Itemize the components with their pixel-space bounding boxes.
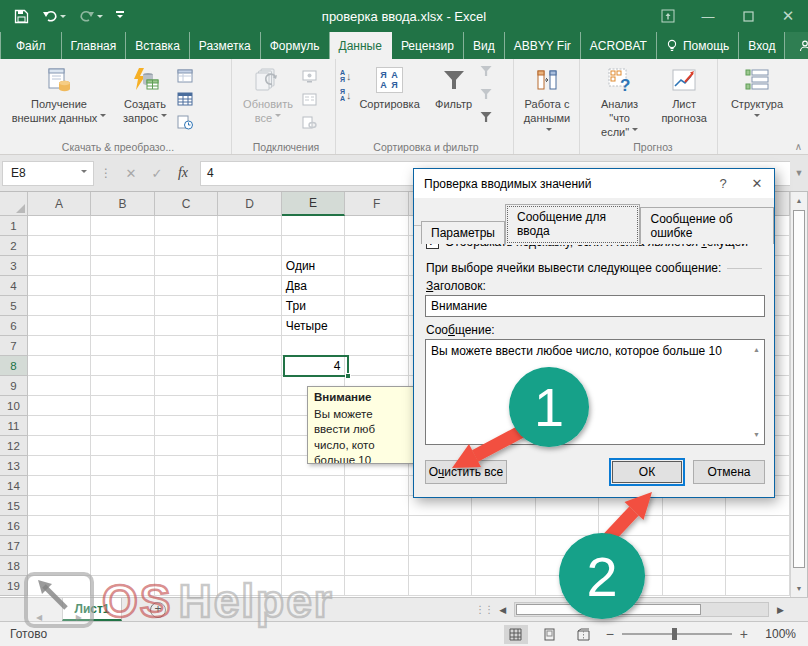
cell-A7[interactable]: [28, 336, 92, 356]
show-queries-icon[interactable]: [176, 67, 194, 85]
ribbon-tab-вставка[interactable]: Вставка: [126, 32, 190, 59]
textarea-scroll-down-icon[interactable]: ▼: [753, 430, 760, 439]
expand-formula-bar-icon[interactable]: ▼: [790, 168, 808, 178]
advanced-filter-icon[interactable]: [480, 113, 498, 131]
row-header-12[interactable]: 12: [0, 436, 28, 456]
cell-D11[interactable]: [218, 416, 282, 436]
cell-A14[interactable]: [28, 476, 92, 496]
cell-C3[interactable]: [155, 256, 219, 276]
close-button[interactable]: ✕: [768, 0, 808, 32]
maximize-button[interactable]: [728, 0, 768, 32]
ribbon-tab-acrobat[interactable]: ACROBAT: [581, 32, 657, 59]
zoom-percentage[interactable]: 100%: [758, 627, 796, 641]
cell-E19[interactable]: [282, 576, 346, 596]
ribbon-tab-файл[interactable]: Файл: [0, 32, 62, 59]
title-field[interactable]: Внимание: [425, 295, 765, 317]
cell-A1[interactable]: [28, 216, 92, 236]
cell-B7[interactable]: [91, 336, 155, 356]
collapse-ribbon-icon[interactable]: ∧: [795, 141, 802, 152]
ribbon-tab-данные[interactable]: Данные: [330, 32, 392, 59]
cell-C13[interactable]: [155, 456, 219, 476]
cell-I17[interactable]: [536, 536, 600, 556]
cell-B4[interactable]: [91, 276, 155, 296]
cell-D8[interactable]: [218, 356, 282, 376]
column-header-A[interactable]: A: [28, 192, 92, 216]
save-icon[interactable]: [14, 9, 29, 24]
cell-D12[interactable]: [218, 436, 282, 456]
zoom-out-icon[interactable]: −: [606, 626, 614, 642]
row-header-16[interactable]: 16: [0, 516, 28, 536]
cell-C16[interactable]: [155, 516, 219, 536]
row-header-18[interactable]: 18: [0, 556, 28, 576]
row-header-8[interactable]: 8: [0, 356, 28, 376]
ok-button[interactable]: ОК: [612, 461, 682, 483]
cell-A16[interactable]: [28, 516, 92, 536]
ribbon-tab-общий-доступ[interactable]: Общий доступ: [785, 32, 808, 59]
cell-B5[interactable]: [91, 296, 155, 316]
cell-D13[interactable]: [218, 456, 282, 476]
get-external-data-button[interactable]: Получение внешних данных: [4, 63, 114, 128]
vertical-scrollbar[interactable]: ▲ ▼: [790, 192, 807, 597]
from-table-icon[interactable]: [176, 90, 194, 108]
cell-A6[interactable]: [28, 316, 92, 336]
sort-za-icon[interactable]: ЯА↓: [340, 88, 352, 102]
cell-C9[interactable]: [155, 376, 219, 396]
tab-scrollbar-splitter[interactable]: ⋮⋮: [475, 604, 493, 615]
cell-E17[interactable]: [282, 536, 346, 556]
cell-D4[interactable]: [218, 276, 282, 296]
cell-F18[interactable]: [345, 556, 409, 576]
fill-handle[interactable]: [345, 373, 351, 379]
cell-H16[interactable]: [472, 516, 536, 536]
cell-C8[interactable]: [155, 356, 219, 376]
outline-button[interactable]: Структура: [722, 63, 792, 128]
cell-B16[interactable]: [91, 516, 155, 536]
cell-D19[interactable]: [218, 576, 282, 596]
sort-button[interactable]: Я АА Я Сортировка: [352, 63, 428, 114]
cell-F4[interactable]: [345, 276, 409, 296]
ribbon-tab-вид[interactable]: Вид: [464, 32, 505, 59]
page-break-view-icon[interactable]: [572, 625, 596, 644]
new-sheet-button[interactable]: +: [150, 602, 166, 618]
cell-B18[interactable]: [91, 556, 155, 576]
cell-E15[interactable]: [282, 496, 346, 516]
cell-F14[interactable]: [345, 476, 409, 496]
cell-C2[interactable]: [155, 236, 219, 256]
cell-G19[interactable]: [409, 576, 473, 596]
column-header-D[interactable]: D: [218, 192, 282, 216]
tab-parameters[interactable]: Параметры: [421, 221, 505, 244]
horizontal-scroll-thumb[interactable]: [516, 604, 701, 615]
cell-D7[interactable]: [218, 336, 282, 356]
cell-I19[interactable]: [536, 576, 600, 596]
cell-E1[interactable]: [282, 216, 346, 236]
cell-A18[interactable]: [28, 556, 92, 576]
cell-B1[interactable]: [91, 216, 155, 236]
cell-I18[interactable]: [536, 556, 600, 576]
column-header-B[interactable]: B: [91, 192, 155, 216]
cell-C17[interactable]: [155, 536, 219, 556]
cell-I15[interactable]: [536, 496, 600, 516]
row-header-10[interactable]: 10: [0, 396, 28, 416]
cell-G18[interactable]: [409, 556, 473, 576]
cell-J19[interactable]: [599, 576, 663, 596]
cell-F8[interactable]: [345, 356, 409, 376]
hscroll-right-icon[interactable]: ▶: [771, 605, 790, 615]
cell-C4[interactable]: [155, 276, 219, 296]
ribbon-display-options-icon[interactable]: [648, 0, 688, 32]
cell-C11[interactable]: [155, 416, 219, 436]
ribbon-tab-рецензир[interactable]: Рецензир: [392, 32, 464, 59]
cell-C10[interactable]: [155, 396, 219, 416]
row-header-15[interactable]: 15: [0, 496, 28, 516]
cell-E6[interactable]: Четыре: [282, 316, 346, 336]
cell-E2[interactable]: [282, 236, 346, 256]
zoom-handle[interactable]: [672, 628, 677, 640]
cell-F5[interactable]: [345, 296, 409, 316]
cell-B6[interactable]: [91, 316, 155, 336]
cell-E16[interactable]: [282, 516, 346, 536]
select-all-corner[interactable]: [0, 192, 28, 216]
cell-H18[interactable]: [472, 556, 536, 576]
column-header-E[interactable]: E: [282, 192, 346, 216]
zoom-track[interactable]: [622, 633, 732, 635]
cell-I16[interactable]: [536, 516, 600, 536]
cell-K18[interactable]: [663, 556, 727, 576]
cell-C19[interactable]: [155, 576, 219, 596]
